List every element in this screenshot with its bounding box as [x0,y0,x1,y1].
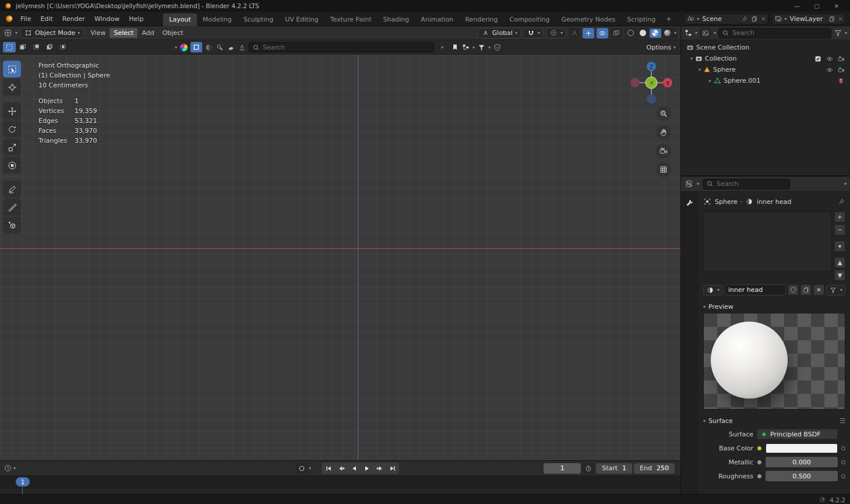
stencil-icon[interactable] [227,43,235,52]
viewport-canvas[interactable]: Front Orthographic (1) Collection | Sphe… [0,55,680,460]
annotate-layer-icon[interactable] [238,43,246,52]
display-mode-icon[interactable] [700,28,711,38]
copy-material-icon[interactable] [800,284,812,295]
scene-selector[interactable]: ▾ Scene ✕ [684,13,768,24]
workspace-tab-shading[interactable]: Shading [378,13,415,26]
viewport-menu-add[interactable]: Add [137,28,158,38]
rotate-tool-button[interactable] [3,121,21,138]
previous-keyframe-button[interactable] [335,463,347,474]
material-specials-dropdown[interactable]: ▾ [826,285,845,295]
current-frame-field[interactable]: 1 [544,463,581,474]
workspace-tab-animation[interactable]: Animation [415,13,459,26]
outliner-row-collection[interactable]: ▾ Collection [682,53,849,64]
proportional-editing-dropdown[interactable]: ▾ [546,28,566,38]
close-icon[interactable]: ✕ [761,16,766,22]
orientation-dropdown[interactable]: Global ▾ [478,28,521,38]
start-frame-field[interactable]: Start1 [596,463,632,474]
workspace-tab-uv-editing[interactable]: UV Editing [279,13,324,26]
new-scene-icon[interactable] [750,15,759,23]
show-overlays-toggle[interactable] [597,28,608,38]
timeline-track-area[interactable] [0,489,680,494]
add-slot-button[interactable]: + [834,212,845,223]
slot-specials-button[interactable]: ▾ [834,241,845,252]
remove-slot-button[interactable]: − [834,224,845,235]
workspace-tab-modeling[interactable]: Modeling [197,13,238,26]
surface-section-header[interactable]: ▾ Surface ☰ [703,414,845,427]
properties-search-input[interactable] [717,180,787,188]
add-workspace-button[interactable]: + [661,13,676,25]
workspace-tab-scripting[interactable]: Scripting [621,13,661,26]
color-wheel-icon[interactable] [179,43,188,52]
show-gizmo-toggle[interactable] [583,28,594,38]
menu-render[interactable]: Render [58,13,90,24]
matcap-sphere-icon[interactable] [204,43,213,52]
blender-menu-icon[interactable] [5,15,13,23]
move-slot-down-button[interactable]: ▼ [834,270,845,281]
shield-check-icon[interactable] [493,43,502,52]
play-reverse-button[interactable] [348,463,360,474]
disable-render-camera-icon[interactable] [837,54,845,63]
section-menu-icon[interactable]: ☰ [840,417,845,425]
shader-selector[interactable]: Principled BSDF [757,429,838,439]
annotate-tool-button[interactable] [3,181,21,198]
zoom-icon[interactable] [656,106,671,121]
viewport-menu-select[interactable]: Select [110,28,137,38]
image-frame-icon[interactable] [191,42,202,52]
move-slot-up-button[interactable]: ▲ [834,257,845,268]
outliner-row-sphere[interactable]: ▾ Sphere [682,64,849,75]
jump-to-start-button[interactable] [322,463,334,474]
filter-funnel-icon[interactable] [477,43,486,52]
pin-icon[interactable] [740,15,749,23]
playhead[interactable]: 1 [16,477,30,487]
select-intersect-button[interactable] [57,42,69,52]
workspace-tab-layout[interactable]: Layout [163,13,196,26]
auto-key-button[interactable]: ▾ [296,463,311,474]
menu-file[interactable]: File [16,13,36,24]
shading-solid-button[interactable] [637,29,649,38]
minimize-button[interactable]: — [787,3,807,9]
jump-to-end-button[interactable] [386,463,398,474]
transform-tool-button[interactable] [3,157,21,174]
outliner-row-sphere-001[interactable]: ▸ Sphere.001 [682,75,849,86]
timeline-editor-icon[interactable] [3,464,12,473]
workspace-tab-rendering[interactable]: Rendering [459,13,503,26]
filter-funnel-icon[interactable] [834,29,842,37]
breadcrumb-object[interactable]: Sphere [715,198,738,206]
navigation-gizmo[interactable]: Z X -Y [629,61,673,105]
animate-roughness-dot[interactable] [841,474,845,478]
pan-hand-icon[interactable] [656,125,671,140]
breadcrumb-material[interactable]: inner head [757,198,791,206]
xray-toggle[interactable] [611,28,622,38]
base-color-swatch[interactable] [766,443,838,453]
browse-material-button[interactable]: ▾ [703,285,722,295]
outliner-editor-icon[interactable] [684,29,693,37]
jellyfish-model[interactable] [0,55,680,460]
roughness-field[interactable]: 0.500 [766,471,838,481]
tree-view-icon[interactable] [461,43,470,52]
outliner-row-scene-collection[interactable]: Scene Collection [682,42,849,53]
exclude-checkbox-icon[interactable] [813,54,822,63]
viewport-menu-view[interactable]: View [86,28,110,38]
animate-base-color-dot[interactable] [841,446,845,450]
tool-search-input[interactable] [263,44,431,51]
shading-material-preview-button[interactable] [650,29,661,38]
view-layer-selector[interactable]: ▾ ViewLayer ✕ [772,13,845,24]
add-cube-tool-button[interactable] [3,217,21,234]
close-button[interactable]: ✕ [827,3,847,9]
metallic-field[interactable]: 0.000 [766,457,838,467]
properties-tab-tool[interactable] [682,195,697,210]
viewport-menu-object[interactable]: Object [158,28,188,38]
pin-icon[interactable] [837,198,845,206]
select-box-tool-button[interactable] [3,61,21,77]
viewport-options-dropdown[interactable]: Options ▾ [647,44,676,51]
bookmark-icon[interactable] [450,43,459,52]
falloff-curve-icon[interactable] [569,28,580,38]
outliner-search-input[interactable] [732,29,828,37]
new-layer-icon[interactable] [828,15,837,23]
measure-tool-button[interactable] [3,199,21,216]
fake-user-shield-icon[interactable] [788,284,799,295]
material-name-field[interactable] [724,284,786,295]
workspace-tab-geometry-nodes[interactable]: Geometry Nodes [555,13,621,26]
scale-tool-button[interactable] [3,139,21,156]
camera-view-icon[interactable] [656,143,671,158]
